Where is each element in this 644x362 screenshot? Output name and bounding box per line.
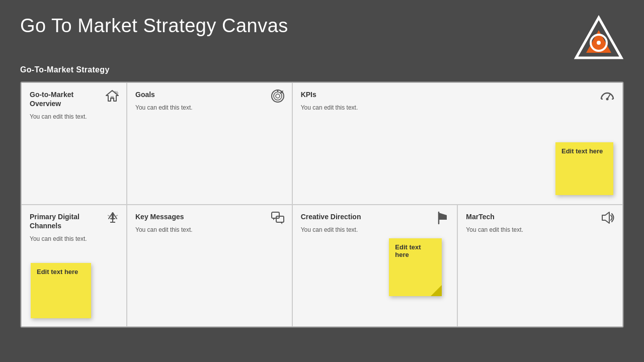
svg-marker-30 xyxy=(439,213,447,220)
sticky-kpi-text: Edit text here xyxy=(561,147,603,155)
overview-icon: % xyxy=(105,89,119,106)
logo-icon xyxy=(574,15,624,60)
cell-channels-text: You can edit this text. xyxy=(30,234,118,243)
svg-marker-31 xyxy=(602,212,609,223)
header: Go To Market Strategy Canvas xyxy=(20,15,624,60)
cell-channels-title: Primary Digital Channels xyxy=(30,212,118,230)
sticky-channel[interactable]: Edit text here xyxy=(31,263,91,318)
canvas-grid: Go-to-Market Overview % You can edit thi… xyxy=(20,81,624,328)
cell-creative-text: You can edit this text. xyxy=(301,225,449,234)
cell-martech-title: MarTech xyxy=(466,212,614,221)
cell-martech: MarTech You can edit this text. xyxy=(457,205,623,327)
cell-martech-text: You can edit this text. xyxy=(466,225,614,234)
martech-icon xyxy=(600,211,615,227)
svg-line-24 xyxy=(116,215,118,216)
flag-icon xyxy=(436,211,450,224)
svg-point-3 xyxy=(597,41,601,45)
speaker-icon xyxy=(600,211,615,224)
svg-rect-27 xyxy=(276,216,284,222)
page: Go To Market Strategy Canvas Go-To-Marke… xyxy=(0,0,644,362)
chat-icon xyxy=(271,211,285,224)
sub-title: Go-To-Market Strategy xyxy=(20,65,624,74)
title-group: Go To Market Strategy Canvas xyxy=(20,15,288,37)
messages-icon xyxy=(271,211,285,227)
cell-goals: Goals You can edit this text. xyxy=(127,82,292,205)
cell-goals-title: Goals xyxy=(135,90,284,99)
cell-messages-title: Key Messages xyxy=(135,212,284,221)
sticky-creative[interactable]: Edit text here xyxy=(389,238,442,296)
svg-line-23 xyxy=(108,215,110,216)
cell-creative: Creative Direction You can edit this tex… xyxy=(292,205,458,327)
svg-point-14 xyxy=(606,98,608,101)
cell-messages: Key Messages You can edit this text. xyxy=(127,205,292,327)
cell-kpis: KPIs You can edit this text. Edit text h… xyxy=(292,82,623,205)
cell-channels: Primary Digital Channels You can edit th… xyxy=(21,205,127,327)
cell-overview: Go-to-Market Overview % You can edit thi… xyxy=(21,82,127,205)
cell-kpis-text: You can edit this text. xyxy=(301,103,614,112)
svg-rect-5 xyxy=(111,96,114,99)
house-icon: % xyxy=(105,89,119,103)
antenna-icon xyxy=(106,211,119,224)
goals-icon xyxy=(271,89,285,106)
target-icon xyxy=(271,89,285,103)
cell-creative-title: Creative Direction xyxy=(301,212,449,221)
sticky-kpi[interactable]: Edit text here xyxy=(555,142,613,195)
svg-rect-25 xyxy=(272,212,279,218)
creative-icon xyxy=(436,211,450,227)
sticky-creative-text: Edit text here xyxy=(395,243,421,258)
main-title: Go To Market Strategy Canvas xyxy=(20,15,288,37)
svg-text:%: % xyxy=(114,90,118,95)
cell-kpis-title: KPIs xyxy=(301,90,614,99)
sticky-channel-text: Edit text here xyxy=(37,268,78,276)
cell-overview-text: You can edit this text. xyxy=(30,112,118,121)
cell-messages-text: You can edit this text. xyxy=(135,225,284,234)
kpis-icon xyxy=(599,89,615,106)
gauge-icon xyxy=(599,89,615,103)
svg-point-9 xyxy=(276,94,280,98)
cell-goals-text: You can edit this text. xyxy=(135,103,284,112)
channels-icon xyxy=(106,211,119,227)
logo xyxy=(574,15,624,60)
